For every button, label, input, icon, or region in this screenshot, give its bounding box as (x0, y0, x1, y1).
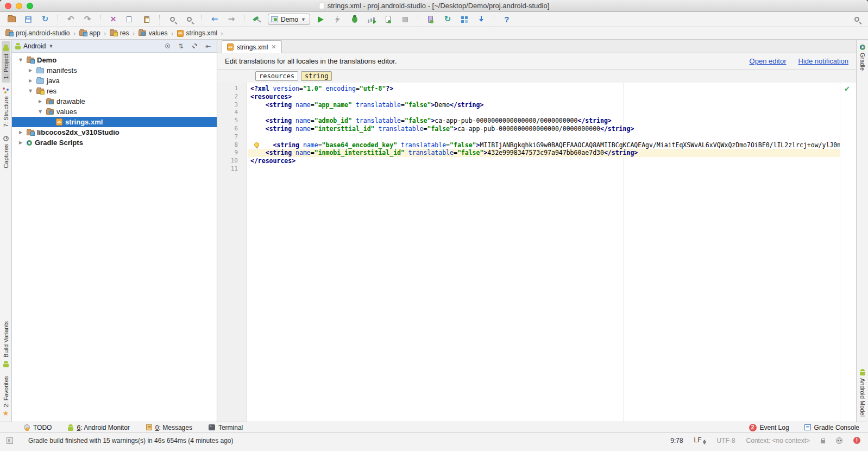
editor-notification-banner: Edit translations for all locales in the… (217, 53, 856, 70)
cut-icon[interactable] (107, 14, 119, 26)
res-folder-icon (36, 89, 44, 94)
tool-stripe-label: Build Variants (3, 321, 9, 358)
gear-icon[interactable] (189, 41, 200, 51)
hide-notification-link[interactable]: Hide notification (798, 57, 849, 65)
tree-item-label: strings.xml (65, 118, 103, 126)
chevron-expanded-icon[interactable]: ▼ (37, 109, 43, 114)
chevron-collapsed-icon[interactable]: ▶ (17, 130, 24, 135)
tree-item-demo[interactable]: ▼Demo (12, 55, 217, 65)
redo-icon[interactable]: ↷ (81, 14, 93, 26)
tree-item-manifests[interactable]: ▶manifests (12, 65, 217, 76)
chevron-collapsed-icon[interactable]: ▶ (17, 140, 24, 145)
blue-folder-icon (36, 68, 44, 73)
inspections-ok-icon[interactable]: ✔ (844, 85, 850, 93)
build-project-icon[interactable] (251, 14, 263, 26)
sdk-manager-icon[interactable] (475, 14, 487, 26)
tree-item-values[interactable]: ▼values (12, 107, 217, 117)
toolwindow-button-terminal[interactable]: Terminal (209, 424, 243, 431)
copy-icon[interactable] (124, 14, 136, 26)
code-editor[interactable]: 1234567891011 <?xml version="1.0" encodi… (217, 83, 856, 422)
highlighting-level-icon[interactable]: ! (853, 437, 860, 444)
hector-icon[interactable] (836, 437, 842, 444)
tree-item-label: Demo (37, 56, 56, 64)
messages-icon (146, 424, 152, 430)
line-ending-selector[interactable]: LF (694, 436, 706, 444)
editor-gutter[interactable]: 1234567891011 (217, 83, 247, 422)
file-encoding[interactable]: UTF-8 (717, 437, 735, 444)
breadcrumb-proj-android-studio[interactable]: proj.android-studio (4, 29, 71, 37)
back-icon[interactable]: ← (209, 14, 221, 26)
chevron-right-icon: › (104, 29, 106, 37)
tool-stripe-2-favorites[interactable]: 2: Favorites★ (2, 372, 10, 421)
avd-manager-icon[interactable] (425, 14, 437, 26)
tool-stripe-android-model[interactable]: Android Model (858, 365, 867, 421)
toolwindow-button-6-android-monitor[interactable]: 6: Android Monitor (68, 424, 129, 431)
run-icon[interactable] (315, 14, 327, 26)
toolwindow-button-0-messages[interactable]: 0: Messages (146, 424, 192, 431)
toolwindow-button-event-log[interactable]: 2Event Log (749, 424, 789, 431)
undo-icon[interactable]: ↶ (65, 14, 77, 26)
breadcrumb-strings-xml[interactable]: strings.xml (176, 29, 218, 37)
locate-file-icon[interactable] (162, 41, 173, 51)
sync-icon[interactable]: ↻ (39, 14, 51, 26)
star-icon: ★ (3, 410, 9, 417)
tool-stripe-7-structure[interactable]: 7: Structure (2, 84, 10, 131)
chevron-collapsed-icon[interactable]: ▶ (27, 78, 34, 83)
tab-strings-xml[interactable]: strings.xml ✕ (222, 40, 282, 53)
structure-tag-resources[interactable]: resources (255, 71, 298, 81)
toggle-toolwindows-icon[interactable] (7, 437, 13, 444)
structure-tag-string[interactable]: string (301, 71, 332, 81)
toolwindow-button-gradle-console[interactable]: Gradle Console (804, 424, 859, 431)
breadcrumb-values[interactable]: values (137, 29, 169, 37)
chevron-collapsed-icon[interactable]: ▶ (37, 99, 43, 104)
tree-item-strings-xml[interactable]: strings.xml (12, 117, 217, 127)
tree-item-gradle-scripts[interactable]: ▶Gradle Scripts (12, 137, 217, 148)
attach-debugger-icon[interactable] (382, 14, 394, 26)
tree-item-res[interactable]: ▼res (12, 86, 217, 96)
tool-stripe-1-project[interactable]: 1: Project (2, 41, 10, 83)
editor-scroll-strip[interactable]: ✔ (840, 83, 856, 422)
autoscroll-icon[interactable]: ⇅ (175, 41, 186, 51)
tool-stripe-captures[interactable]: Captures (2, 132, 10, 172)
open-editor-link[interactable]: Open editor (750, 57, 787, 65)
open-file-icon[interactable] (5, 14, 17, 26)
breadcrumb-res[interactable]: res (109, 29, 130, 37)
context-indicator[interactable]: Context: <no context> (746, 437, 810, 444)
toolbar-separator (494, 15, 494, 24)
chevron-expanded-icon[interactable]: ▼ (27, 89, 34, 93)
values-folder-icon (139, 30, 146, 36)
hide-panel-icon[interactable]: ⇤ (203, 41, 213, 51)
replace-icon[interactable] (183, 14, 195, 26)
window-title: strings.xml - proj.android-studio - [~/D… (0, 2, 868, 10)
project-tree: ▼Demo▶manifests▶java▼res▶drawable▼values… (12, 53, 217, 422)
breadcrumb-app[interactable]: app (78, 29, 102, 37)
chevron-down-icon[interactable]: ▼ (48, 43, 53, 49)
profile-icon[interactable] (366, 14, 378, 26)
tree-item-drawable[interactable]: ▶drawable (12, 96, 217, 107)
help-icon[interactable]: ? (501, 14, 513, 26)
lock-icon[interactable] (821, 440, 825, 443)
tool-stripe-build-variants[interactable]: Build Variants (2, 317, 10, 371)
tool-stripe-label: Android Model (859, 378, 866, 417)
project-view-selector[interactable]: Android (23, 42, 46, 50)
forward-icon[interactable]: → (225, 14, 237, 26)
paste-icon[interactable] (141, 14, 153, 26)
event-count-badge: 2 (749, 424, 757, 431)
toolwindow-button-todo[interactable]: TODO (24, 424, 52, 431)
sync-gradle-icon[interactable]: ↻ (442, 14, 454, 26)
caret-position[interactable]: 9:78 (670, 437, 683, 444)
debug-icon[interactable] (349, 14, 361, 26)
close-tab-icon[interactable]: ✕ (271, 43, 276, 51)
find-icon[interactable] (166, 14, 178, 26)
tool-stripe-gradle[interactable]: Gradle (858, 41, 867, 74)
intention-bulb-icon[interactable] (254, 142, 259, 147)
tree-item-libcocos2dx-v310studio[interactable]: ▶libcocos2dx_v310Studio (12, 127, 217, 137)
project-structure-icon[interactable] (458, 14, 470, 26)
chevron-collapsed-icon[interactable]: ▶ (27, 68, 34, 73)
chevron-expanded-icon[interactable]: ▼ (17, 58, 24, 62)
search-everywhere-icon[interactable] (851, 14, 863, 26)
instant-run-icon[interactable] (332, 14, 344, 26)
tree-item-java[interactable]: ▶java (12, 76, 217, 86)
run-configuration-selector[interactable]: Demo ▼ (268, 14, 310, 25)
save-all-icon[interactable] (22, 14, 34, 26)
